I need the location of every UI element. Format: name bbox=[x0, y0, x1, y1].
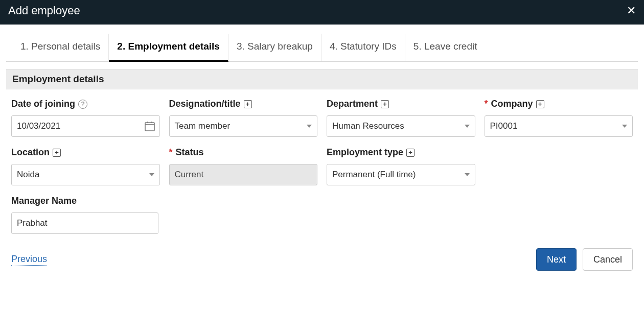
field-manager-name: Manager Name bbox=[11, 196, 158, 234]
plus-icon[interactable]: + bbox=[381, 100, 389, 108]
spacer bbox=[485, 147, 633, 185]
select-value: PI0001 bbox=[490, 121, 518, 131]
status-select: Current bbox=[169, 164, 318, 185]
tab-bar: 1. Personal details 2. Employment detail… bbox=[6, 34, 638, 62]
chevron-down-icon bbox=[465, 125, 470, 128]
label-designation: Designation/title + bbox=[169, 99, 318, 109]
plus-icon[interactable]: + bbox=[536, 100, 544, 108]
field-designation: Designation/title + Team member bbox=[169, 99, 318, 137]
control-date-of-joining bbox=[11, 115, 160, 137]
select-value: Noida bbox=[17, 170, 39, 180]
label-text: Status bbox=[176, 147, 204, 158]
button-group: Next Cancel bbox=[536, 248, 633, 271]
label-date-of-joining: Date of joining ? bbox=[11, 99, 160, 109]
chevron-down-icon bbox=[465, 173, 470, 176]
plus-icon[interactable]: + bbox=[244, 100, 252, 108]
employment-type-select[interactable]: Permanent (Full time) bbox=[327, 164, 475, 185]
label-text: Designation/title bbox=[169, 99, 241, 109]
label-text: Employment type bbox=[327, 147, 403, 158]
control-manager-name bbox=[11, 212, 158, 234]
field-status: * Status Current bbox=[169, 147, 318, 185]
modal-header: Add employee ✕ bbox=[0, 0, 644, 25]
label-status: * Status bbox=[169, 147, 318, 158]
plus-icon[interactable]: + bbox=[406, 149, 415, 157]
plus-icon[interactable]: + bbox=[53, 149, 61, 157]
location-select[interactable]: Noida bbox=[11, 164, 160, 185]
field-department: Department + Human Resources bbox=[327, 99, 475, 137]
close-icon[interactable]: ✕ bbox=[627, 5, 636, 16]
required-asterisk: * bbox=[485, 99, 488, 109]
department-select[interactable]: Human Resources bbox=[327, 115, 475, 137]
select-value: Current bbox=[175, 170, 204, 180]
field-employment-type: Employment type + Permanent (Full time) bbox=[327, 147, 475, 185]
field-location: Location + Noida bbox=[11, 147, 160, 185]
select-value: Human Resources bbox=[332, 121, 404, 131]
field-date-of-joining: Date of joining ? bbox=[11, 99, 160, 137]
tab-statutory-ids[interactable]: 4. Statutory IDs bbox=[321, 34, 405, 61]
help-icon[interactable]: ? bbox=[78, 100, 87, 109]
label-text: Department bbox=[327, 99, 378, 109]
label-location: Location + bbox=[11, 147, 160, 158]
required-asterisk: * bbox=[169, 147, 173, 158]
chevron-down-icon bbox=[622, 125, 627, 128]
chevron-down-icon bbox=[307, 125, 312, 128]
previous-link[interactable]: Previous bbox=[11, 254, 47, 266]
tab-personal-details[interactable]: 1. Personal details bbox=[12, 34, 109, 61]
select-value: Permanent (Full time) bbox=[332, 170, 416, 180]
date-of-joining-input[interactable] bbox=[11, 115, 160, 137]
form-grid: Date of joining ? bbox=[6, 89, 638, 191]
select-value: Team member bbox=[175, 121, 231, 131]
manager-name-input[interactable] bbox=[11, 212, 158, 234]
modal-body: 1. Personal details 2. Employment detail… bbox=[0, 25, 644, 283]
label-text: Location bbox=[11, 147, 50, 158]
label-department: Department + bbox=[327, 99, 475, 109]
modal-card: 1. Personal details 2. Employment detail… bbox=[4, 29, 640, 279]
label-text: Date of joining bbox=[11, 99, 75, 109]
manager-row: Manager Name bbox=[6, 191, 638, 239]
label-text: Manager Name bbox=[11, 196, 77, 206]
form-footer: Previous Next Cancel bbox=[6, 239, 638, 274]
field-company: * Company + PI0001 bbox=[485, 99, 633, 137]
tab-salary-breakup[interactable]: 3. Salary breakup bbox=[228, 34, 321, 61]
designation-select[interactable]: Team member bbox=[169, 115, 318, 137]
label-text: Company bbox=[491, 99, 533, 109]
label-company: * Company + bbox=[485, 99, 633, 109]
cancel-button[interactable]: Cancel bbox=[583, 248, 633, 271]
tab-employment-details[interactable]: 2. Employment details bbox=[109, 34, 228, 62]
next-button[interactable]: Next bbox=[536, 248, 577, 271]
chevron-down-icon bbox=[149, 173, 154, 176]
company-select[interactable]: PI0001 bbox=[485, 115, 633, 137]
label-employment-type: Employment type + bbox=[327, 147, 475, 158]
modal-title: Add employee bbox=[8, 4, 80, 17]
section-header: Employment details bbox=[6, 69, 638, 89]
label-manager-name: Manager Name bbox=[11, 196, 158, 206]
tab-leave-credit[interactable]: 5. Leave credit bbox=[405, 34, 486, 61]
